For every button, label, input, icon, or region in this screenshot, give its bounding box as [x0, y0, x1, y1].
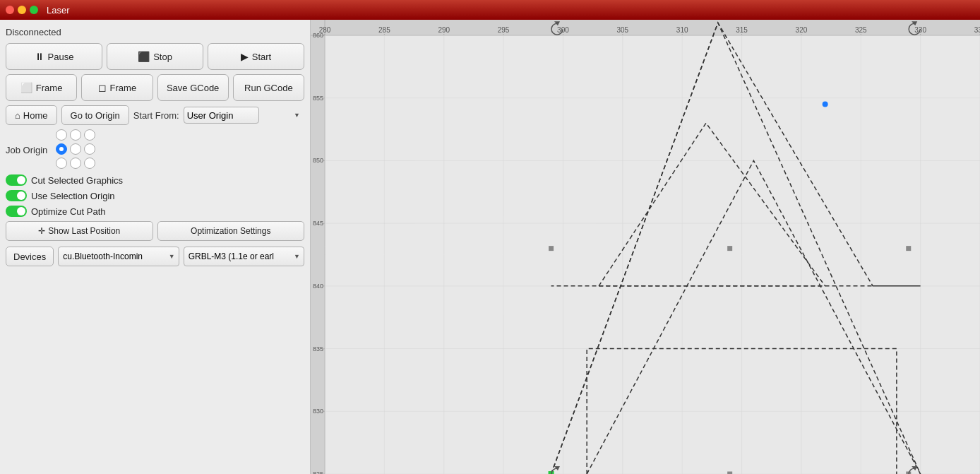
- job-origin-label: Job Origin: [6, 145, 47, 155]
- left-panel: Disconnected ⏸ Pause ⬛ Stop ▶ Start ⬜ Fr…: [0, 20, 311, 474]
- pause-label: Pause: [48, 52, 74, 62]
- canvas-area: [311, 20, 980, 474]
- origin-top-right[interactable]: [84, 129, 95, 141]
- go-to-origin-label: Go to Origin: [71, 110, 120, 121]
- optimize-cut-toggle[interactable]: [6, 206, 27, 217]
- devices-button[interactable]: Devices: [6, 247, 54, 266]
- stop-icon: ⬛: [138, 51, 150, 62]
- use-selection-row: Use Selection Origin: [6, 190, 304, 201]
- cut-selected-label: Cut Selected Graphics: [31, 175, 123, 186]
- save-gcode-label: Save GCode: [167, 83, 219, 93]
- device-type-select[interactable]: GRBL-M3 (1.1e or earl: [184, 247, 304, 266]
- go-to-origin-button[interactable]: Go to Origin: [61, 105, 129, 125]
- save-gcode-button[interactable]: Save GCode: [157, 74, 229, 101]
- start-from-wrapper[interactable]: User Origin Absolute Coords Current Posi…: [184, 107, 304, 124]
- frame2-label: Frame: [110, 83, 137, 93]
- start-from-select[interactable]: User Origin Absolute Coords Current Posi…: [184, 107, 259, 124]
- window-title: Laser: [47, 5, 70, 16]
- minimize-button[interactable]: [18, 6, 26, 14]
- run-gcode-button[interactable]: Run GCode: [233, 74, 304, 101]
- stop-button[interactable]: ⬛ Stop: [107, 43, 203, 70]
- origin-middle-right[interactable]: [84, 143, 95, 155]
- cut-selected-toggle[interactable]: [6, 174, 27, 186]
- close-button[interactable]: [6, 6, 14, 14]
- play-icon: ▶: [241, 51, 249, 62]
- origin-middle-left[interactable]: [56, 143, 67, 155]
- start-label: Start: [252, 52, 271, 62]
- window-controls[interactable]: [6, 6, 38, 14]
- connection-status: Disconnected: [6, 25, 304, 39]
- job-origin-grid[interactable]: [56, 129, 97, 170]
- start-button[interactable]: ▶ Start: [208, 43, 304, 70]
- use-selection-toggle[interactable]: [6, 190, 27, 201]
- device-port-select[interactable]: cu.Bluetooth-Incomin: [58, 247, 179, 266]
- pause-button[interactable]: ⏸ Pause: [6, 43, 102, 70]
- frame1-icon: ⬜: [20, 82, 32, 93]
- origin-bottom-center[interactable]: [70, 158, 81, 169]
- use-selection-label: Use Selection Origin: [31, 191, 115, 201]
- optimization-settings-label: Optimization Settings: [191, 226, 270, 236]
- show-last-position-button[interactable]: ✛ Show Last Position: [6, 221, 153, 241]
- origin-top-left[interactable]: [56, 129, 67, 141]
- main-layout: Disconnected ⏸ Pause ⬛ Stop ▶ Start ⬜ Fr…: [0, 20, 980, 474]
- home-icon: ⌂: [15, 110, 20, 121]
- home-label: Home: [23, 110, 48, 121]
- optimize-cut-row: Optimize Cut Path: [6, 206, 304, 217]
- origin-bottom-right[interactable]: [84, 158, 95, 169]
- job-origin-row: Job Origin: [6, 129, 304, 170]
- origin-top-center[interactable]: [70, 129, 81, 141]
- frame2-button[interactable]: ◻ Frame: [81, 74, 153, 101]
- playback-controls: ⏸ Pause ⬛ Stop ▶ Start: [6, 43, 304, 70]
- run-gcode-label: Run GCode: [244, 83, 293, 93]
- optimize-cut-label: Optimize Cut Path: [31, 206, 106, 217]
- frame1-button[interactable]: ⬜ Frame: [6, 74, 77, 101]
- frame1-label: Frame: [36, 83, 63, 93]
- cut-selected-row: Cut Selected Graphics: [6, 174, 304, 186]
- devices-label: Devices: [13, 251, 46, 262]
- frame-controls: ⬜ Frame ◻ Frame Save GCode Run GCode: [6, 74, 304, 101]
- stop-label: Stop: [153, 52, 172, 62]
- origin-middle-center[interactable]: [70, 143, 81, 155]
- frame2-icon: ◻: [98, 82, 107, 93]
- device-type-wrapper[interactable]: GRBL-M3 (1.1e or earl: [184, 247, 304, 266]
- pause-icon: ⏸: [35, 51, 44, 62]
- crosshair-icon: ✛: [38, 226, 45, 236]
- origin-bottom-left[interactable]: [56, 158, 67, 169]
- start-from-label: Start From:: [133, 110, 179, 121]
- device-port-wrapper[interactable]: cu.Bluetooth-Incomin: [58, 247, 179, 266]
- devices-row: Devices cu.Bluetooth-Incomin GRBL-M3 (1.…: [6, 247, 304, 266]
- maximize-button[interactable]: [30, 6, 38, 14]
- main-canvas[interactable]: [311, 20, 980, 474]
- optimization-settings-button[interactable]: Optimization Settings: [157, 221, 305, 241]
- show-last-position-label: Show Last Position: [48, 226, 120, 236]
- title-bar: Laser: [0, 0, 980, 20]
- home-row: ⌂ Home Go to Origin Start From: User Ori…: [6, 105, 304, 125]
- home-button[interactable]: ⌂ Home: [6, 105, 57, 125]
- action-buttons-row: ✛ Show Last Position Optimization Settin…: [6, 221, 304, 241]
